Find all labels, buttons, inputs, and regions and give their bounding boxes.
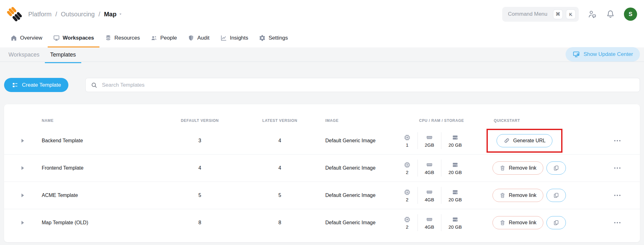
breadcrumb-outsourcing[interactable]: Outsourcing [61, 11, 95, 18]
cpu-value: 2 [406, 197, 408, 202]
ram-icon [426, 216, 433, 223]
expand-row-button[interactable] [18, 220, 27, 225]
breadcrumb-separator: / [98, 11, 100, 18]
storage-icon [451, 216, 459, 223]
ram-spec: 4GB [418, 161, 441, 175]
more-options-icon [617, 167, 618, 169]
more-options-icon [617, 222, 618, 223]
cpu-spec: 2 [397, 161, 418, 175]
more-options-icon [617, 140, 618, 141]
cpu-spec: 2 [397, 188, 418, 202]
cpu-icon [403, 216, 411, 223]
ram-spec: 4GB [418, 188, 441, 202]
remove-link-button[interactable]: Remove link [492, 189, 543, 202]
tab-insights[interactable]: Insights [215, 28, 254, 47]
brand-logo-icon[interactable] [6, 6, 23, 22]
tab-label: Resources [114, 35, 140, 41]
table-row: Backend Template 3 4 Default Generic Ima… [4, 127, 640, 154]
row-more-options-button[interactable] [608, 166, 627, 171]
notifications-bell-icon[interactable] [606, 9, 615, 19]
column-header-name: NAME [42, 104, 54, 127]
row-more-options-button[interactable] [608, 193, 627, 198]
create-template-label: Create Template [22, 82, 61, 88]
tab-overview[interactable]: Overview [5, 28, 48, 47]
latest-version-value: 4 [231, 165, 328, 171]
tab-label: People [160, 35, 177, 41]
show-update-center-button[interactable]: Show Update Center [566, 47, 640, 62]
copy-link-button[interactable] [546, 216, 566, 229]
storage-spec: 20 GB [441, 188, 469, 202]
breadcrumb-platform[interactable]: Platform [28, 11, 51, 18]
command-menu-button[interactable]: Command Menu ⌘ K [502, 7, 579, 22]
support-chat-icon[interactable] [588, 9, 597, 19]
tab-label: Settings [269, 35, 288, 41]
row-more-options-button[interactable] [608, 220, 627, 225]
remove-link-label: Remove link [509, 165, 536, 171]
cpu-icon [403, 188, 411, 196]
image-value: Default Generic Image [325, 138, 375, 144]
trash-icon [499, 220, 506, 226]
search-templates-input[interactable] [101, 82, 635, 89]
column-header-quickstart: QUICKSTART [494, 104, 520, 127]
expand-row-button[interactable] [18, 193, 27, 198]
more-options-icon [614, 195, 615, 196]
column-header-latest-version: LATEST VERSION [231, 104, 328, 127]
copy-link-button[interactable] [546, 189, 566, 202]
gear-icon [259, 35, 266, 41]
more-options-icon [619, 167, 620, 169]
database-icon [105, 35, 112, 41]
tab-people[interactable]: People [145, 28, 182, 47]
column-header-specs: CPU / RAM / STORAGE [419, 104, 464, 127]
image-value: Default Generic Image [325, 165, 375, 171]
tab-label: Audit [197, 35, 210, 41]
tab-label: Insights [230, 35, 248, 41]
copy-link-button[interactable] [546, 161, 566, 175]
remove-link-button[interactable]: Remove link [492, 161, 543, 175]
specs-group: 2 4GB [397, 214, 469, 231]
quickstart-cell: Remove link [492, 189, 566, 202]
specs-group: 2 4GB [397, 160, 469, 177]
cpu-value: 2 [406, 224, 408, 230]
link-icon [503, 137, 510, 144]
table-header: NAME DEFAULT VERSION LATEST VERSION IMAG… [4, 104, 640, 127]
ram-spec: 4GB [418, 216, 441, 230]
table-row: Map Template (OLD) 8 8 Default Generic I… [4, 209, 640, 236]
tab-audit[interactable]: Audit [182, 28, 215, 47]
storage-value: 20 GB [449, 224, 462, 230]
breadcrumb: Platform / Outsourcing / Map [28, 11, 123, 18]
cpu-value: 2 [406, 170, 408, 175]
k-key-badge: K [566, 9, 576, 19]
quickstart-cell: Remove link [492, 161, 566, 175]
storage-spec: 20 GB [441, 161, 469, 175]
search-icon [91, 82, 98, 89]
more-options-icon [614, 140, 615, 141]
subtab-templates[interactable]: Templates [45, 47, 81, 63]
ram-value: 2GB [425, 142, 434, 148]
chevron-down-icon [118, 12, 123, 16]
subtab-workspaces[interactable]: Workspaces [3, 47, 45, 63]
generate-url-button[interactable]: Generate URL [497, 134, 552, 147]
breadcrumb-current-dropdown[interactable]: Map [104, 11, 123, 18]
tab-resources[interactable]: Resources [99, 28, 145, 47]
breadcrumb-separator: / [55, 11, 57, 18]
trash-icon [499, 192, 506, 199]
user-avatar[interactable]: S [624, 8, 637, 21]
expand-row-button[interactable] [18, 138, 27, 143]
latest-version-value: 5 [231, 193, 328, 198]
ram-icon [426, 134, 433, 141]
cmd-key-badge: ⌘ [553, 9, 563, 19]
expand-row-button[interactable] [18, 166, 27, 171]
tab-settings[interactable]: Settings [253, 28, 293, 47]
tab-label: Overview [20, 35, 42, 41]
chart-icon [220, 35, 227, 41]
copy-icon [553, 192, 559, 199]
create-template-button[interactable]: Create Template [4, 78, 68, 92]
storage-value: 20 GB [449, 142, 462, 148]
row-more-options-button[interactable] [608, 138, 627, 143]
remove-link-button[interactable]: Remove link [492, 216, 543, 229]
command-menu-label: Command Menu [508, 11, 547, 17]
ram-icon [426, 188, 433, 196]
people-icon [151, 35, 157, 41]
sub-nav: Workspaces Templates [3, 47, 81, 63]
tab-workspaces[interactable]: Workspaces [48, 28, 99, 47]
